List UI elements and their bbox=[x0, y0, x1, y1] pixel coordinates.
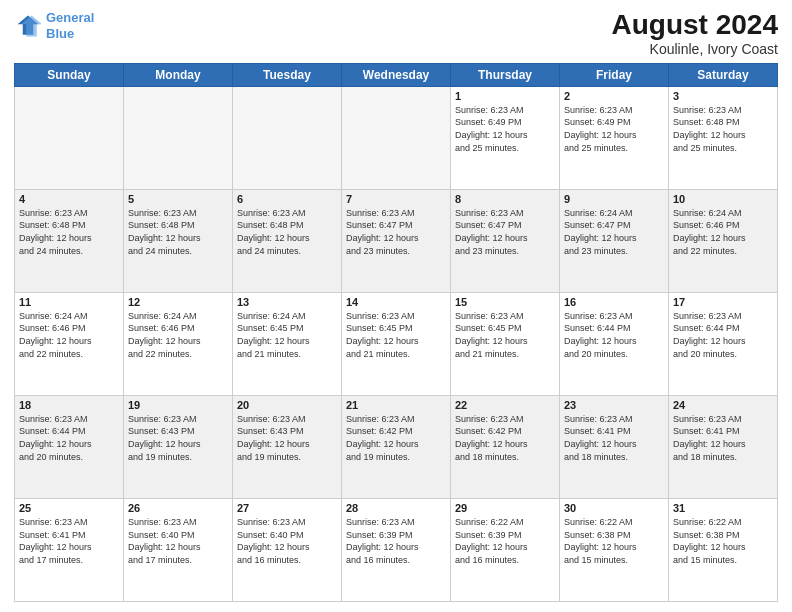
day-info: Sunrise: 6:23 AM Sunset: 6:40 PM Dayligh… bbox=[237, 516, 337, 566]
calendar-cell: 16Sunrise: 6:23 AM Sunset: 6:44 PM Dayli… bbox=[560, 292, 669, 395]
day-number: 29 bbox=[455, 502, 555, 514]
day-info: Sunrise: 6:23 AM Sunset: 6:41 PM Dayligh… bbox=[19, 516, 119, 566]
day-number: 2 bbox=[564, 90, 664, 102]
day-info: Sunrise: 6:23 AM Sunset: 6:49 PM Dayligh… bbox=[455, 104, 555, 154]
calendar-cell: 13Sunrise: 6:24 AM Sunset: 6:45 PM Dayli… bbox=[233, 292, 342, 395]
logo-general: General bbox=[46, 10, 94, 25]
header-tuesday: Tuesday bbox=[233, 63, 342, 86]
day-info: Sunrise: 6:23 AM Sunset: 6:43 PM Dayligh… bbox=[128, 413, 228, 463]
day-info: Sunrise: 6:23 AM Sunset: 6:49 PM Dayligh… bbox=[564, 104, 664, 154]
day-info: Sunrise: 6:24 AM Sunset: 6:47 PM Dayligh… bbox=[564, 207, 664, 257]
day-info: Sunrise: 6:23 AM Sunset: 6:40 PM Dayligh… bbox=[128, 516, 228, 566]
calendar-cell: 14Sunrise: 6:23 AM Sunset: 6:45 PM Dayli… bbox=[342, 292, 451, 395]
logo-icon bbox=[14, 12, 42, 40]
day-number: 9 bbox=[564, 193, 664, 205]
calendar-cell: 31Sunrise: 6:22 AM Sunset: 6:38 PM Dayli… bbox=[669, 498, 778, 601]
day-info: Sunrise: 6:22 AM Sunset: 6:38 PM Dayligh… bbox=[564, 516, 664, 566]
calendar-body: 1Sunrise: 6:23 AM Sunset: 6:49 PM Daylig… bbox=[15, 86, 778, 601]
day-info: Sunrise: 6:23 AM Sunset: 6:42 PM Dayligh… bbox=[346, 413, 446, 463]
calendar-cell: 15Sunrise: 6:23 AM Sunset: 6:45 PM Dayli… bbox=[451, 292, 560, 395]
header-sunday: Sunday bbox=[15, 63, 124, 86]
calendar-cell: 5Sunrise: 6:23 AM Sunset: 6:48 PM Daylig… bbox=[124, 189, 233, 292]
header-thursday: Thursday bbox=[451, 63, 560, 86]
day-info: Sunrise: 6:23 AM Sunset: 6:41 PM Dayligh… bbox=[564, 413, 664, 463]
calendar-cell: 8Sunrise: 6:23 AM Sunset: 6:47 PM Daylig… bbox=[451, 189, 560, 292]
calendar-cell: 27Sunrise: 6:23 AM Sunset: 6:40 PM Dayli… bbox=[233, 498, 342, 601]
day-number: 15 bbox=[455, 296, 555, 308]
calendar-cell bbox=[233, 86, 342, 189]
day-number: 14 bbox=[346, 296, 446, 308]
day-info: Sunrise: 6:23 AM Sunset: 6:45 PM Dayligh… bbox=[455, 310, 555, 360]
page: General Blue August 2024 Koulinle, Ivory… bbox=[0, 0, 792, 612]
calendar-cell: 11Sunrise: 6:24 AM Sunset: 6:46 PM Dayli… bbox=[15, 292, 124, 395]
calendar-cell: 12Sunrise: 6:24 AM Sunset: 6:46 PM Dayli… bbox=[124, 292, 233, 395]
calendar-cell: 30Sunrise: 6:22 AM Sunset: 6:38 PM Dayli… bbox=[560, 498, 669, 601]
calendar-cell bbox=[15, 86, 124, 189]
calendar-cell: 17Sunrise: 6:23 AM Sunset: 6:44 PM Dayli… bbox=[669, 292, 778, 395]
calendar-cell: 6Sunrise: 6:23 AM Sunset: 6:48 PM Daylig… bbox=[233, 189, 342, 292]
day-info: Sunrise: 6:23 AM Sunset: 6:47 PM Dayligh… bbox=[346, 207, 446, 257]
day-info: Sunrise: 6:23 AM Sunset: 6:44 PM Dayligh… bbox=[19, 413, 119, 463]
day-number: 6 bbox=[237, 193, 337, 205]
day-info: Sunrise: 6:23 AM Sunset: 6:44 PM Dayligh… bbox=[564, 310, 664, 360]
subtitle: Koulinle, Ivory Coast bbox=[612, 41, 779, 57]
calendar-cell: 25Sunrise: 6:23 AM Sunset: 6:41 PM Dayli… bbox=[15, 498, 124, 601]
day-info: Sunrise: 6:23 AM Sunset: 6:48 PM Dayligh… bbox=[128, 207, 228, 257]
day-number: 4 bbox=[19, 193, 119, 205]
day-number: 25 bbox=[19, 502, 119, 514]
day-info: Sunrise: 6:24 AM Sunset: 6:45 PM Dayligh… bbox=[237, 310, 337, 360]
day-number: 13 bbox=[237, 296, 337, 308]
day-info: Sunrise: 6:23 AM Sunset: 6:42 PM Dayligh… bbox=[455, 413, 555, 463]
calendar-week-5: 25Sunrise: 6:23 AM Sunset: 6:41 PM Dayli… bbox=[15, 498, 778, 601]
main-title: August 2024 bbox=[612, 10, 779, 41]
calendar-cell: 18Sunrise: 6:23 AM Sunset: 6:44 PM Dayli… bbox=[15, 395, 124, 498]
day-info: Sunrise: 6:22 AM Sunset: 6:39 PM Dayligh… bbox=[455, 516, 555, 566]
header-row: Sunday Monday Tuesday Wednesday Thursday… bbox=[15, 63, 778, 86]
calendar-cell: 29Sunrise: 6:22 AM Sunset: 6:39 PM Dayli… bbox=[451, 498, 560, 601]
day-number: 19 bbox=[128, 399, 228, 411]
day-number: 21 bbox=[346, 399, 446, 411]
day-number: 12 bbox=[128, 296, 228, 308]
header-monday: Monday bbox=[124, 63, 233, 86]
calendar-cell: 23Sunrise: 6:23 AM Sunset: 6:41 PM Dayli… bbox=[560, 395, 669, 498]
day-number: 17 bbox=[673, 296, 773, 308]
day-number: 18 bbox=[19, 399, 119, 411]
calendar-cell: 28Sunrise: 6:23 AM Sunset: 6:39 PM Dayli… bbox=[342, 498, 451, 601]
day-info: Sunrise: 6:24 AM Sunset: 6:46 PM Dayligh… bbox=[128, 310, 228, 360]
calendar-cell: 4Sunrise: 6:23 AM Sunset: 6:48 PM Daylig… bbox=[15, 189, 124, 292]
calendar-cell: 9Sunrise: 6:24 AM Sunset: 6:47 PM Daylig… bbox=[560, 189, 669, 292]
day-number: 1 bbox=[455, 90, 555, 102]
day-number: 5 bbox=[128, 193, 228, 205]
day-number: 30 bbox=[564, 502, 664, 514]
day-info: Sunrise: 6:24 AM Sunset: 6:46 PM Dayligh… bbox=[673, 207, 773, 257]
calendar-cell: 7Sunrise: 6:23 AM Sunset: 6:47 PM Daylig… bbox=[342, 189, 451, 292]
day-info: Sunrise: 6:23 AM Sunset: 6:39 PM Dayligh… bbox=[346, 516, 446, 566]
day-number: 8 bbox=[455, 193, 555, 205]
calendar-cell: 19Sunrise: 6:23 AM Sunset: 6:43 PM Dayli… bbox=[124, 395, 233, 498]
day-number: 27 bbox=[237, 502, 337, 514]
header-friday: Friday bbox=[560, 63, 669, 86]
header-wednesday: Wednesday bbox=[342, 63, 451, 86]
calendar-cell: 3Sunrise: 6:23 AM Sunset: 6:48 PM Daylig… bbox=[669, 86, 778, 189]
day-number: 26 bbox=[128, 502, 228, 514]
day-info: Sunrise: 6:23 AM Sunset: 6:48 PM Dayligh… bbox=[237, 207, 337, 257]
day-info: Sunrise: 6:24 AM Sunset: 6:46 PM Dayligh… bbox=[19, 310, 119, 360]
header-saturday: Saturday bbox=[669, 63, 778, 86]
logo-text: General Blue bbox=[46, 10, 94, 41]
calendar-cell: 10Sunrise: 6:24 AM Sunset: 6:46 PM Dayli… bbox=[669, 189, 778, 292]
calendar-header: Sunday Monday Tuesday Wednesday Thursday… bbox=[15, 63, 778, 86]
calendar-cell: 21Sunrise: 6:23 AM Sunset: 6:42 PM Dayli… bbox=[342, 395, 451, 498]
day-number: 11 bbox=[19, 296, 119, 308]
day-number: 3 bbox=[673, 90, 773, 102]
day-info: Sunrise: 6:23 AM Sunset: 6:47 PM Dayligh… bbox=[455, 207, 555, 257]
day-number: 28 bbox=[346, 502, 446, 514]
day-info: Sunrise: 6:23 AM Sunset: 6:43 PM Dayligh… bbox=[237, 413, 337, 463]
day-number: 16 bbox=[564, 296, 664, 308]
calendar-week-3: 11Sunrise: 6:24 AM Sunset: 6:46 PM Dayli… bbox=[15, 292, 778, 395]
calendar-cell: 20Sunrise: 6:23 AM Sunset: 6:43 PM Dayli… bbox=[233, 395, 342, 498]
calendar-week-4: 18Sunrise: 6:23 AM Sunset: 6:44 PM Dayli… bbox=[15, 395, 778, 498]
calendar-cell: 24Sunrise: 6:23 AM Sunset: 6:41 PM Dayli… bbox=[669, 395, 778, 498]
day-info: Sunrise: 6:23 AM Sunset: 6:48 PM Dayligh… bbox=[19, 207, 119, 257]
calendar-cell: 26Sunrise: 6:23 AM Sunset: 6:40 PM Dayli… bbox=[124, 498, 233, 601]
calendar-cell bbox=[342, 86, 451, 189]
